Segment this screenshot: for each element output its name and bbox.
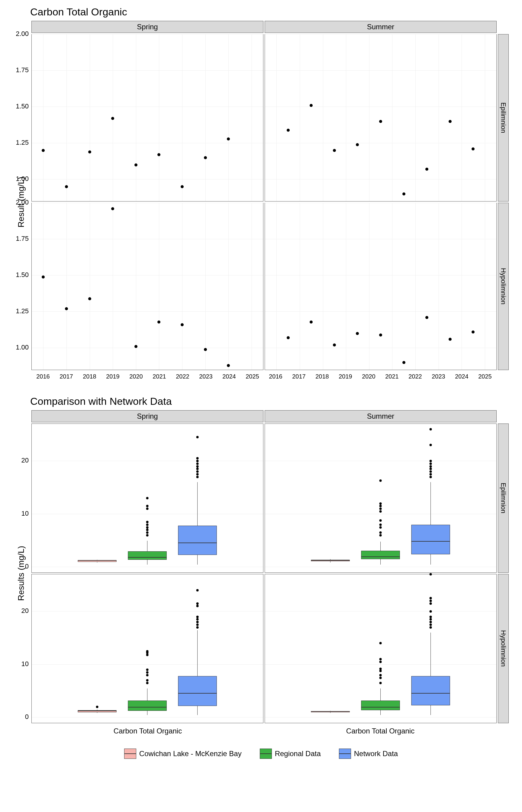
data-point <box>204 348 207 351</box>
data-point <box>402 192 405 196</box>
boxplot-regional-data <box>357 424 405 572</box>
facet-col-summer: Summer <box>265 21 497 33</box>
data-point <box>448 338 451 341</box>
boxplot-network-data <box>407 424 455 572</box>
data-point <box>356 332 359 335</box>
boxplot-regional-data <box>123 574 172 723</box>
legend-item-cowichan: Cowichan Lake - McKenzie Bay <box>124 749 242 759</box>
data-point <box>448 120 451 123</box>
data-point <box>379 333 382 337</box>
data-point <box>287 129 290 132</box>
data-point <box>111 117 114 120</box>
panel-spring-epilimnion: 1.001.251.501.752.00 <box>32 34 263 202</box>
data-point <box>356 143 359 146</box>
scatter-xaxis: 2016201720182019202020212022202320242025… <box>32 371 497 383</box>
legend-swatch-cowichan <box>124 749 136 759</box>
xaxis-ticks-right: 2016201720182019202020212022202320242025 <box>264 371 497 383</box>
data-point <box>181 323 184 326</box>
data-point <box>65 307 68 310</box>
legend-label-network: Network Data <box>354 749 398 758</box>
boxpanel-spring-hypolimnion: 01020 <box>32 574 263 723</box>
boxplot-regional-data <box>357 574 405 723</box>
data-point <box>65 185 68 188</box>
boxplot-regional-data <box>123 424 172 572</box>
scatter-title: Carbon Total Organic <box>30 6 516 18</box>
data-point <box>227 364 230 367</box>
data-point <box>425 316 428 319</box>
data-point <box>42 149 45 152</box>
facet-row-hypolimnion: Hypolimnion <box>498 203 509 370</box>
boxplot-cowichan-lake-mckenzie-bay <box>73 574 121 723</box>
data-point <box>181 185 184 188</box>
data-point <box>135 163 137 166</box>
data-point <box>227 138 230 140</box>
facet-col-spring-2: Spring <box>32 410 263 422</box>
facet-row-epilimnion: Epilimnion <box>498 34 509 202</box>
data-point <box>157 321 160 324</box>
facet-row-epilimnion-2: Epilimnion <box>498 424 509 573</box>
boxplot-cowichan-lake-mckenzie-bay <box>306 574 355 723</box>
facet-row-hypolimnion-2: Hypolimnion <box>498 574 509 723</box>
scatter-chart-block: Carbon Total Organic Result (mg/L) Sprin… <box>6 6 516 383</box>
data-point <box>379 120 382 123</box>
legend: Cowichan Lake - McKenzie Bay Regional Da… <box>6 749 516 759</box>
data-point <box>88 297 91 300</box>
data-point <box>309 104 313 107</box>
data-point <box>42 276 45 279</box>
data-point <box>88 150 91 154</box>
boxplot-chart-block: Comparison with Network Data Results (mg… <box>6 395 516 736</box>
facet-col-summer-2: Summer <box>265 410 497 422</box>
data-point <box>287 336 290 339</box>
boxplot-grid: Results (mg/L) Spring Summer 01020 Epili… <box>12 410 510 736</box>
boxpanel-summer-epilimnion <box>265 424 497 573</box>
data-point <box>204 156 207 159</box>
data-point <box>157 153 160 156</box>
boxplot-cowichan-lake-mckenzie-bay <box>306 424 355 572</box>
data-point <box>135 345 137 348</box>
boxpanel-spring-epilimnion: 01020 <box>32 424 263 573</box>
legend-item-regional: Regional Data <box>260 749 321 759</box>
legend-label-cowichan: Cowichan Lake - McKenzie Bay <box>139 749 242 758</box>
legend-label-regional: Regional Data <box>275 749 321 758</box>
scatter-grid: Result (mg/L) Spring Summer 1.001.251.50… <box>12 21 510 383</box>
data-point <box>333 343 336 346</box>
data-point <box>333 149 336 152</box>
legend-swatch-regional <box>260 749 272 759</box>
boxpanel-summer-hypolimnion <box>265 574 497 723</box>
panel-summer-epilimnion <box>265 34 497 202</box>
data-point <box>309 321 313 324</box>
data-point <box>471 330 475 333</box>
xaxis-label-right: Carbon Total Organic <box>264 725 497 736</box>
legend-swatch-network <box>339 749 351 759</box>
boxplot-cowichan-lake-mckenzie-bay <box>73 424 121 572</box>
data-point <box>471 147 475 150</box>
data-point <box>402 361 405 364</box>
boxplot-title: Comparison with Network Data <box>30 395 516 407</box>
data-point <box>425 168 428 171</box>
boxplot-network-data <box>174 574 222 723</box>
panel-summer-hypolimnion <box>265 203 497 370</box>
boxplot-network-data <box>174 424 222 572</box>
legend-item-network: Network Data <box>339 749 398 759</box>
facet-col-spring: Spring <box>32 21 263 33</box>
panel-spring-hypolimnion: 1.001.251.501.752.00 <box>32 203 263 370</box>
data-point <box>111 207 114 210</box>
boxplot-xaxis: Carbon Total Organic Carbon Total Organi… <box>32 725 497 736</box>
xaxis-ticks-left: 2016201720182019202020212022202320242025 <box>32 371 264 383</box>
boxplot-network-data <box>407 574 455 723</box>
xaxis-label-left: Carbon Total Organic <box>32 725 264 736</box>
